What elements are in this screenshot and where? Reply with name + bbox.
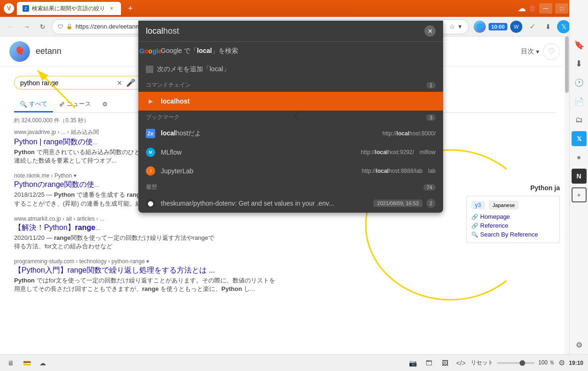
- twitter-icon[interactable]: 𝕏: [557, 20, 570, 33]
- history-num-badge: 2: [426, 199, 436, 208]
- scrollbar[interactable]: [565, 37, 569, 354]
- omnibox-bookmark-2[interactable]: M MLflow http://localhost:9292/ mlflow: [138, 143, 443, 162]
- external-icon: 🔗: [471, 214, 478, 220]
- sidebar-reading-icon[interactable]: 📄: [572, 94, 587, 109]
- history-1-text: theskumar/python-dotenv: Get and set val…: [161, 200, 364, 207]
- omnibox-localhost-item[interactable]: ▶ localhost: [138, 92, 443, 111]
- tab-favicon: Z: [23, 5, 29, 12]
- history-section-label: 履歴: [146, 183, 157, 191]
- browser-icon: V: [4, 3, 14, 14]
- right-sidebar: 🔖 ⬇ 🕐 📄 🗂 𝕏 ● N + ⚙: [569, 0, 588, 371]
- result-item: programming-study.com › technology › pyt…: [14, 258, 555, 293]
- search-clear-icon[interactable]: ✕: [117, 79, 122, 87]
- bookmark-3-text: JupyterLab: [161, 167, 356, 175]
- google-search-icon: Google: [146, 46, 155, 56]
- tab-title: 検索結果に期間や言語の絞り: [32, 5, 105, 12]
- search-mic-icon[interactable]: 🎤: [126, 78, 136, 87]
- command-section-label: コマンドチェイン: [146, 81, 191, 89]
- bottom-code-icon[interactable]: </>: [455, 357, 467, 369]
- sidebar-add-icon[interactable]: +: [572, 187, 587, 202]
- bottom-gear-icon[interactable]: ⚙: [558, 358, 565, 367]
- command-section-count: 1: [426, 82, 436, 89]
- zoom-slider[interactable]: [497, 362, 535, 364]
- zoom-control: [497, 362, 535, 364]
- bottom-camera-icon[interactable]: 📷: [407, 357, 419, 369]
- omnibox-query-text: localhost: [146, 26, 420, 36]
- active-tab[interactable]: Z 検索結果に期間や言語の絞り ×: [17, 2, 121, 15]
- omnibox-google-search-item[interactable]: Google Google で「local」を検索: [138, 42, 443, 60]
- new-tab-button[interactable]: +: [124, 2, 137, 15]
- lock-icon: 🔒: [66, 23, 73, 30]
- sidebar-bookmark-icon[interactable]: 🔖: [572, 37, 587, 52]
- favorite-button[interactable]: ♡: [543, 43, 560, 60]
- reference-link[interactable]: 🔗 Reference: [471, 222, 555, 229]
- site-author: eetann: [36, 46, 61, 56]
- sidebar-twitter-icon[interactable]: 𝕏: [572, 131, 587, 146]
- y3-tag: y3: [471, 201, 485, 209]
- bookmark-section-count: 3: [426, 114, 436, 121]
- clock-display: 10:00: [489, 23, 507, 30]
- sidebar-history-icon[interactable]: 🕐: [572, 75, 587, 90]
- reset-label[interactable]: リセット: [471, 359, 493, 367]
- reload-button[interactable]: ↻: [36, 20, 50, 34]
- bottom-image-icon[interactable]: 🖼: [439, 357, 451, 369]
- site-logo: 🎈: [9, 41, 30, 62]
- result-snippet: Python ではfor文を使って一定の回数だけ繰り返すことがあります。その際に…: [14, 276, 555, 293]
- sidebar-n-icon[interactable]: N: [572, 169, 587, 184]
- result-title[interactable]: 【Python入門】range関数で繰り返し処理をする方法とは ...: [14, 266, 555, 275]
- bottom-monitor-icon[interactable]: 🖥: [5, 357, 17, 369]
- language-badge: Japanese: [489, 201, 518, 209]
- bottom-card-icon[interactable]: 💳: [21, 357, 33, 369]
- external-icon2: 🔗: [471, 223, 478, 229]
- minimize-button[interactable]: —: [539, 3, 552, 14]
- time-display: 19:10: [569, 360, 583, 366]
- ze-icon: Ze: [146, 129, 155, 138]
- omnibox-bookmark-1[interactable]: Ze localhostだよ http://localhost:8000/: [138, 124, 443, 143]
- search-bar[interactable]: ✕ 🎤 🔍: [14, 76, 155, 89]
- reference-label: Reference: [480, 222, 508, 229]
- check-icon[interactable]: ✓: [525, 20, 539, 34]
- homepage-link[interactable]: 🔗 Homepage: [471, 213, 555, 220]
- trash-icon[interactable]: 🗑: [529, 4, 536, 13]
- omnibox-history-1[interactable]: ⬤ theskumar/python-dotenv: Get and set v…: [138, 194, 443, 213]
- sidebar-download-icon[interactable]: ⬇: [572, 56, 587, 71]
- back-button[interactable]: ←: [4, 20, 18, 34]
- zoom-slider-thumb[interactable]: [520, 360, 525, 366]
- search-by-reference-label: Search By Reference: [480, 231, 538, 238]
- more-icon: ⚙: [102, 101, 108, 108]
- bottom-window-icon[interactable]: 🗔: [423, 357, 435, 369]
- tab-all[interactable]: 🔍 すべて: [14, 97, 53, 112]
- bookmark-2-tag: mlflow: [420, 149, 436, 156]
- download-nav-icon[interactable]: ⬇: [541, 20, 555, 34]
- bookmark-2-text: MLflow: [161, 148, 355, 156]
- memo-item[interactable]: 次のメモを追加「local」: [138, 60, 443, 78]
- toc-button[interactable]: 目次 ▾: [521, 47, 539, 56]
- extensions-button[interactable]: W: [509, 20, 523, 34]
- sidebar-dot-icon[interactable]: ●: [572, 150, 587, 165]
- history-section-count: 74: [423, 184, 436, 191]
- bottom-cloud-icon[interactable]: ☁: [37, 357, 49, 369]
- omnibox-close-button[interactable]: ✕: [424, 25, 436, 37]
- mlflow-icon: M: [146, 148, 155, 157]
- omnibox-completed-text: host: [163, 26, 179, 36]
- google-search-suffix: 」を検索: [212, 47, 238, 54]
- maximize-button[interactable]: □: [555, 3, 568, 14]
- tab-news[interactable]: 🗞 ニュース: [53, 97, 97, 112]
- search-ref-icon: 🔍: [471, 231, 478, 238]
- search-input[interactable]: [20, 79, 113, 87]
- tab-more[interactable]: ⚙: [97, 98, 113, 112]
- tab-close-button[interactable]: ×: [108, 5, 115, 12]
- github-history-icon: ⬤: [146, 199, 155, 208]
- bookmark-icon[interactable]: ☆: [449, 23, 455, 30]
- forward-button[interactable]: →: [20, 20, 34, 34]
- sidebar-collections-icon[interactable]: 🗂: [572, 112, 587, 127]
- profile-button[interactable]: 🌐: [473, 20, 487, 34]
- cloud-icon[interactable]: ☁: [518, 3, 526, 14]
- search-by-reference-link[interactable]: 🔍 Search By Reference: [471, 231, 555, 238]
- sidebar-gear-icon[interactable]: ⚙: [572, 337, 587, 352]
- dropdown-icon[interactable]: ▼: [457, 23, 463, 30]
- omnibox-bookmark-3[interactable]: J JupyterLab http://localhost:8888/lab l…: [138, 162, 443, 180]
- result-url: programming-study.com › technology › pyt…: [14, 258, 555, 265]
- localhost-text: localhost: [161, 97, 436, 105]
- google-search-text: Google で「local」を検索: [161, 47, 436, 55]
